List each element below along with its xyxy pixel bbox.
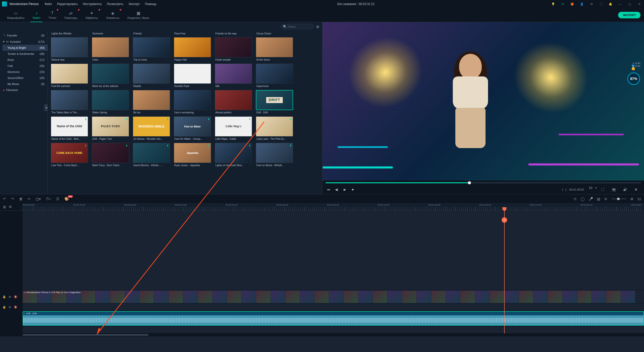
menu-file[interactable]: Файл	[45, 2, 52, 6]
mute-icon[interactable]: 🔇	[14, 295, 17, 298]
volume-icon[interactable]: 🔊	[622, 187, 628, 193]
asset-item[interactable]: Supernova	[256, 64, 293, 89]
color-icon[interactable]: 🎨new	[64, 197, 69, 201]
sidebar-filmstock[interactable]: ●Filmstock	[0, 87, 48, 93]
asset-item[interactable]: ⬇Lights on the Gold Shor...	[215, 143, 252, 168]
close-icon[interactable]: ✕	[636, 1, 642, 7]
asset-item[interactable]: Water Spring	[92, 90, 129, 115]
sidebar-item-young-bright[interactable]: Young & Bright(43)	[3, 45, 48, 51]
sidebar-included[interactable]: ▾▭Included(172)	[0, 38, 48, 45]
redo-icon[interactable]: ↷	[11, 197, 14, 201]
cut-icon[interactable]: ✂	[28, 197, 31, 201]
tab-transitions[interactable]: ⇄Переходы	[60, 8, 82, 22]
asset-item[interactable]: Be fun	[133, 90, 170, 115]
mic-icon[interactable]: 🎤	[589, 197, 593, 201]
asset-item[interactable]: ⬇Mark Tracy - Born Twice	[92, 143, 129, 168]
asset-item[interactable]: Riptide	[133, 64, 170, 89]
tab-titles[interactable]: TТитры	[45, 8, 60, 22]
sidebar-item-mymusic[interactable]: My Music(0)	[3, 81, 48, 87]
tab-elements[interactable]: ◈Элементы	[102, 8, 124, 22]
chevron-down-icon[interactable]: ▾	[595, 187, 597, 193]
zoom-slider[interactable]	[611, 198, 626, 199]
sidebar-item-electronic[interactable]: Electronic(23)	[3, 69, 48, 75]
play-icon[interactable]: ▶	[342, 187, 348, 193]
asset-item[interactable]: ⬇Little Map'sLittle Maps - Eddie	[215, 116, 252, 141]
timeline-ruler[interactable]: ⊞ ⧉ 00:00:00:0000:00:10:1000:00:20:2000:…	[0, 203, 644, 211]
asset-item[interactable]: ⬇JapanikaRyan Jones - Japanika	[174, 143, 211, 168]
asset-item[interactable]: Trip to roma	[133, 37, 170, 62]
menu-view[interactable]: Посмотреть	[107, 2, 123, 6]
stop-icon[interactable]: ■	[350, 187, 356, 193]
zoom-out-icon[interactable]: ⊖	[604, 197, 607, 201]
asset-item[interactable]: ⬇Name of the childName of the Child - Mo…	[51, 116, 88, 141]
refresh-icon[interactable]: ⟳	[560, 1, 566, 7]
asset-item[interactable]: Happy Hall	[174, 37, 211, 62]
tab-effects[interactable]: ✦Эффекты	[82, 8, 102, 22]
asset-item[interactable]: ⬇Feet on Wood - Whistli...	[256, 143, 293, 168]
asset-item[interactable]: Feel the summer	[51, 64, 88, 89]
crop-icon[interactable]: ◫▾	[36, 197, 41, 201]
asset-item[interactable]: Natural way	[51, 37, 88, 62]
mixer-icon[interactable]: ▤	[597, 197, 600, 201]
menu-tools[interactable]: Инструменты	[83, 2, 102, 6]
tab-media[interactable]: ▭Медиафайлы	[3, 8, 28, 22]
marker-icon[interactable]: ◯	[581, 197, 585, 201]
tab-audio[interactable]: ♪Аудио	[28, 8, 44, 22]
menu-export[interactable]: Экспорт	[129, 2, 140, 6]
audio-clip[interactable]: ♪Drift - Drift	[23, 311, 644, 326]
eye-icon[interactable]: 👁	[9, 295, 11, 298]
user-icon[interactable]: 👤	[579, 1, 585, 7]
sidebar-item-soundeffect[interactable]: Sound Effect(25)	[3, 75, 48, 81]
lock-all-icon[interactable]: ⊞	[3, 205, 6, 209]
fit-icon[interactable]: ⫿⫿	[637, 197, 641, 201]
sidebar-item-tender[interactable]: Tender & Sentimental(38)	[3, 51, 48, 57]
fullscreen-icon[interactable]: ⛶	[600, 187, 606, 193]
mute-icon[interactable]: 🔇	[14, 305, 17, 309]
video-track[interactable]: 🔒👁🔇 ▭ Wondershare Filmora X | Hit Play o…	[0, 290, 644, 304]
asset-item[interactable]: Use in wondering	[174, 90, 211, 115]
zoom-in-icon[interactable]: ⊕	[630, 197, 633, 201]
asset-item[interactable]: DRIFTDrift - Drift	[256, 90, 293, 115]
lock-icon[interactable]: 🔒	[3, 305, 6, 309]
prev-frame-icon[interactable]: ⏮	[326, 187, 332, 193]
frame-ratio[interactable]: 1/2	[589, 187, 592, 193]
expand-icon[interactable]: ⛶	[598, 1, 604, 7]
settings-icon[interactable]: ⚙	[633, 187, 639, 193]
collapse-sidebar-icon[interactable]: ◀	[44, 104, 48, 111]
asset-item[interactable]: Silk	[215, 64, 252, 89]
asset-item[interactable]: ⬇Feet on WaterFeet On Water - Unexp...	[174, 116, 211, 141]
asset-item[interactable]: ⬇Lady Lane - The Pink Ev...	[256, 116, 293, 141]
lock-icon[interactable]: 🔒	[3, 295, 6, 298]
render-icon[interactable]: ⊙	[574, 197, 577, 201]
asset-item[interactable]: ⬇PAGES TURNDrift - Pages Turn	[92, 116, 129, 141]
view-grid-icon[interactable]: ⊞	[316, 25, 319, 29]
asset-item[interactable]: ⬇Garret Bevins - Infinite - ...	[133, 143, 170, 168]
maximize-icon[interactable]: ▢	[627, 1, 632, 7]
bell-icon[interactable]: 🔔	[608, 1, 613, 7]
adjust-icon[interactable]: ☰	[56, 197, 59, 201]
sidebar-item-rock[interactable]: Rock(17)	[3, 57, 48, 63]
playhead[interactable]: ✂	[504, 211, 505, 333]
scrub-handle[interactable]	[468, 181, 471, 184]
message-icon[interactable]: ✉	[589, 1, 594, 7]
speed-icon[interactable]: ⏱▾	[46, 197, 51, 201]
menu-help[interactable]: Помощь	[145, 2, 156, 6]
sidebar-favorite[interactable]: ♡Favorite(0)	[0, 32, 48, 38]
lightbulb-icon[interactable]: 💡	[550, 1, 556, 7]
asset-item[interactable]: Likes	[92, 37, 129, 62]
video-preview[interactable]: 🏅 ●0 к/с ●0 к/с 87%	[323, 22, 644, 181]
asset-item[interactable]: Meet me at the oaktree	[92, 64, 129, 89]
audio-track[interactable]: ♪Drift - Drift	[0, 311, 644, 326]
link-icon[interactable]: ⧉	[9, 205, 12, 209]
empty-track-area[interactable]	[23, 211, 644, 290]
tab-splitscreen[interactable]: ▦Разделить Экран	[123, 8, 153, 22]
eye-icon[interactable]: 👁	[9, 306, 11, 309]
step-back-icon[interactable]: ◀|	[334, 187, 340, 193]
undo-icon[interactable]: ↶	[3, 197, 6, 201]
asset-item[interactable]: At the shore	[256, 37, 293, 62]
snapshot-icon[interactable]: 📷	[611, 187, 617, 193]
sidebar-item-folk[interactable]: Folk(26)	[3, 63, 48, 69]
asset-item[interactable]: ⬇COME BACK HOMELow Tree - Come Back ...	[51, 143, 88, 168]
video-clip[interactable]: ▭ Wondershare Filmora X | Hit Play on Yo…	[23, 291, 644, 303]
asset-item[interactable]: Almost perfect	[215, 90, 252, 115]
